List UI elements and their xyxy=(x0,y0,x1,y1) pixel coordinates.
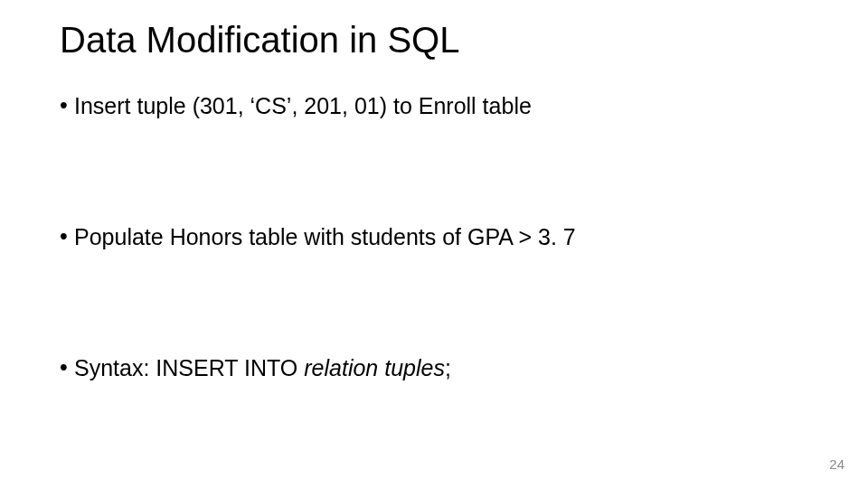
syntax-prefix: Syntax: INSERT INTO xyxy=(74,355,297,380)
slide-title: Data Modification in SQL xyxy=(60,20,459,61)
bullet-text: Syntax: INSERT INTO relation tuples; xyxy=(74,355,451,380)
bullet-marker: • xyxy=(60,354,74,380)
syntax-tuples: tuples xyxy=(384,355,445,380)
page-number: 24 xyxy=(829,456,844,472)
bullet-item: •Insert tuple (301, ‘CS’, 201, 01) to En… xyxy=(60,92,810,119)
syntax-terminator: ; xyxy=(445,355,451,380)
bullet-list: •Insert tuple (301, ‘CS’, 201, 01) to En… xyxy=(60,92,810,381)
syntax-relation: relation xyxy=(304,355,378,380)
bullet-text: Insert tuple (301, ‘CS’, 201, 01) to Enr… xyxy=(74,93,532,118)
bullet-text: Populate Honors table with students of G… xyxy=(74,224,576,249)
bullet-marker: • xyxy=(60,92,74,118)
bullet-item: •Syntax: INSERT INTO relation tuples; xyxy=(60,354,810,381)
bullet-item: •Populate Honors table with students of … xyxy=(60,223,810,250)
bullet-marker: • xyxy=(60,223,74,249)
